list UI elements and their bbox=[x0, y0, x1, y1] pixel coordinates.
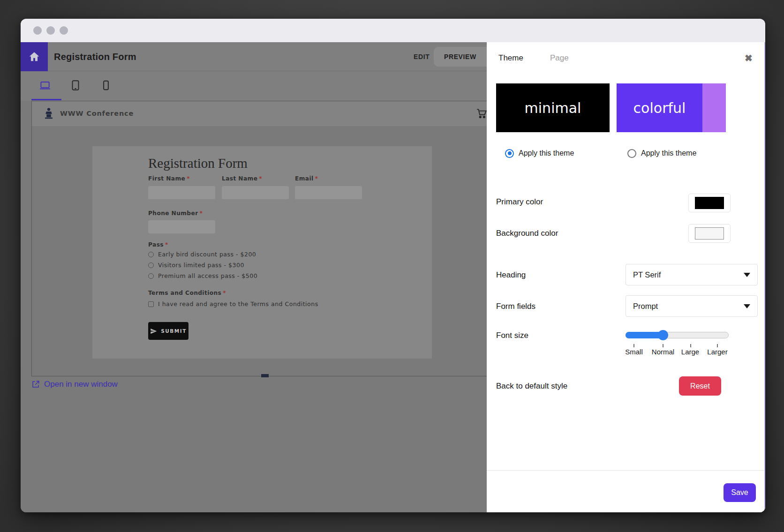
slider-tick bbox=[633, 344, 634, 347]
heading-font-dropdown[interactable]: PT Serif bbox=[626, 264, 758, 285]
tab-edit[interactable]: EDIT bbox=[414, 42, 430, 71]
radio-unselected-icon bbox=[627, 149, 636, 158]
tab-desktop-preview[interactable] bbox=[39, 79, 51, 91]
conference-logo-icon bbox=[42, 107, 55, 120]
apply-theme-minimal-radio[interactable]: Apply this theme bbox=[505, 148, 574, 158]
pass-option-visitors[interactable]: Visitors limited pass - $300 bbox=[148, 261, 244, 269]
form-card: Registration Form First Name* Last Name*… bbox=[92, 146, 432, 359]
close-icon[interactable]: ✖ bbox=[745, 52, 753, 64]
form-heading: Registration Form bbox=[148, 156, 248, 171]
mobile-icon bbox=[100, 79, 112, 91]
heading-font-label: Heading bbox=[496, 270, 526, 280]
pass-option-premium[interactable]: Premium all access pass - $500 bbox=[148, 272, 257, 280]
pass-option-early-bird[interactable]: Early bird discount pass - $200 bbox=[148, 250, 256, 258]
radio-icon bbox=[148, 273, 154, 279]
field-label-pass: Pass* bbox=[148, 241, 168, 248]
theme-swatch-minimal[interactable]: minimal bbox=[496, 83, 610, 132]
theme-settings-panel: Theme Page ✖ minimal colorful Apply this… bbox=[487, 42, 765, 512]
home-button[interactable] bbox=[21, 42, 48, 71]
email-input[interactable] bbox=[295, 186, 362, 199]
active-tab-underline bbox=[31, 99, 61, 100]
window-control-dot[interactable] bbox=[46, 26, 55, 35]
send-icon bbox=[150, 328, 157, 335]
form-page-background: Registration Form First Name* Last Name*… bbox=[32, 127, 487, 376]
external-link-icon bbox=[31, 380, 40, 389]
slider-tick bbox=[690, 344, 691, 347]
font-size-slider-thumb[interactable] bbox=[658, 330, 668, 340]
phone-input[interactable] bbox=[148, 220, 215, 233]
checkbox-icon bbox=[148, 301, 154, 307]
home-icon bbox=[28, 51, 40, 63]
font-size-label: Font size bbox=[496, 331, 528, 340]
device-preview-tabs bbox=[21, 71, 487, 101]
tablet-icon bbox=[69, 79, 82, 91]
primary-color-label: Primary color bbox=[496, 197, 543, 207]
slider-tick bbox=[663, 344, 663, 347]
chevron-down-icon bbox=[744, 304, 750, 308]
font-size-mark-larger: Larger bbox=[701, 348, 734, 356]
slider-tick bbox=[717, 344, 718, 347]
tab-mobile-preview[interactable] bbox=[100, 79, 112, 91]
page-title: Registration Form bbox=[54, 42, 136, 71]
cart-icon[interactable] bbox=[475, 107, 487, 120]
theme-swatch-colorful[interactable]: colorful bbox=[617, 83, 726, 132]
font-size-slider-track[interactable] bbox=[626, 332, 729, 338]
reset-button[interactable]: Reset bbox=[679, 376, 721, 396]
apply-theme-colorful-radio[interactable]: Apply this theme bbox=[627, 148, 696, 158]
window-titlebar bbox=[21, 19, 765, 42]
background-color-label: Background color bbox=[496, 229, 558, 238]
radio-icon bbox=[148, 252, 154, 257]
submit-button[interactable]: SUBMIT bbox=[148, 322, 188, 340]
background-color-swatch bbox=[695, 227, 724, 240]
primary-color-picker[interactable] bbox=[688, 194, 731, 212]
open-in-new-window-link[interactable]: Open in new window bbox=[31, 380, 118, 389]
form-builder-area: Registration Form EDIT PREVIEW WWW Confe… bbox=[21, 42, 487, 512]
form-fields-font-label: Form fields bbox=[496, 302, 535, 311]
tab-theme[interactable]: Theme bbox=[498, 53, 523, 63]
form-fields-font-dropdown[interactable]: Prompt bbox=[626, 295, 758, 317]
first-name-input[interactable] bbox=[148, 186, 215, 199]
terms-checkbox-row[interactable]: I have read and agree to the Terms and C… bbox=[148, 300, 318, 308]
form-brand-bar: WWW Conference bbox=[32, 101, 487, 126]
field-label-last-name: Last Name* bbox=[222, 175, 262, 182]
tab-page[interactable]: Page bbox=[550, 53, 569, 63]
radio-icon bbox=[148, 262, 154, 268]
reset-label: Back to default style bbox=[496, 382, 567, 391]
chevron-down-icon bbox=[744, 273, 750, 277]
field-label-phone: Phone Number* bbox=[148, 210, 203, 217]
app-header: Registration Form EDIT PREVIEW bbox=[21, 42, 487, 71]
font-size-mark-small: Small bbox=[618, 348, 650, 356]
form-preview-frame: WWW Conference Registration Form First N… bbox=[31, 101, 487, 376]
panel-footer: Save bbox=[487, 470, 765, 512]
laptop-icon bbox=[39, 79, 51, 91]
background-color-picker[interactable] bbox=[688, 224, 731, 243]
tab-preview[interactable]: PREVIEW bbox=[434, 47, 487, 67]
field-label-email: Email* bbox=[295, 175, 318, 182]
radio-selected-icon bbox=[505, 149, 514, 158]
frame-resize-handle[interactable] bbox=[261, 374, 269, 377]
window-control-dot[interactable] bbox=[60, 26, 68, 35]
field-label-terms: Terms and Conditions* bbox=[148, 290, 226, 296]
tab-tablet-preview[interactable] bbox=[69, 79, 82, 91]
window-control-dot[interactable] bbox=[33, 26, 42, 35]
conference-title: WWW Conference bbox=[60, 101, 134, 126]
field-label-first-name: First Name* bbox=[148, 175, 190, 182]
browser-window: Registration Form EDIT PREVIEW WWW Confe… bbox=[21, 19, 765, 512]
last-name-input[interactable] bbox=[222, 186, 289, 199]
save-button[interactable]: Save bbox=[724, 483, 756, 502]
primary-color-swatch bbox=[695, 197, 724, 209]
